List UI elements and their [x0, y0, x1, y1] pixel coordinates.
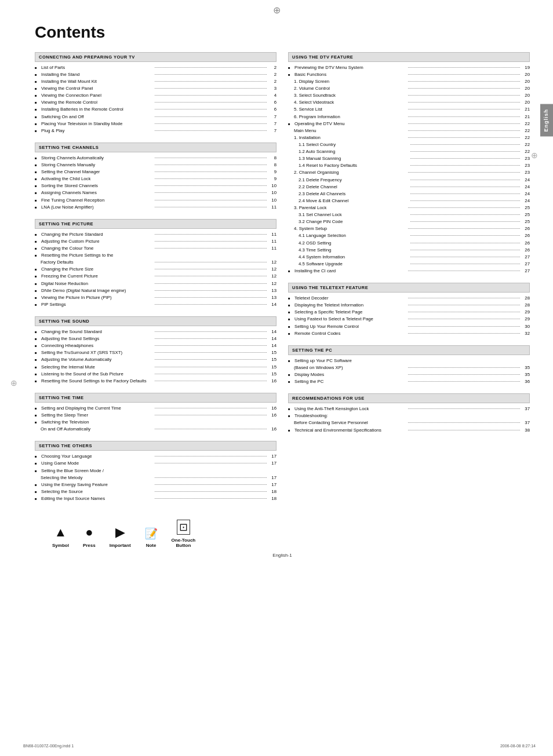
page-num: 14: [268, 336, 276, 342]
dots: [155, 102, 267, 103]
toc-label: 3.1 Set Channel Lock: [299, 212, 409, 218]
toc-label: 4.1 Language Selection: [299, 233, 409, 239]
bullet-icon: ■: [288, 407, 293, 411]
toc-label: Basic Functions: [294, 72, 406, 78]
toc-item: ■ Adjusting the Volume Automatically 15: [35, 357, 276, 364]
dots: [408, 123, 520, 124]
toc-item: 1. Display Screen 20: [288, 78, 530, 85]
toc-label: Technical and Environmental Specificatio…: [294, 428, 406, 434]
toc-item: ■ Installing the Wall Mount Kit 2: [35, 78, 276, 85]
dots: [155, 408, 267, 408]
page-num: 29: [522, 316, 530, 323]
bullet-icon: ■: [35, 282, 39, 286]
toc-label: Setting the PC: [294, 379, 406, 385]
toc-label: Listening to the Sound of the Sub Pictur…: [41, 371, 153, 378]
page-num: 25: [522, 205, 530, 211]
bullet-icon: ■: [35, 239, 39, 244]
bullet-icon: ■: [35, 253, 39, 258]
section-header-teletext: USING THE TELETEXT FEATURE: [288, 283, 530, 293]
bullet-icon: ■: [288, 303, 293, 308]
toc-item: ■ Installing Batteries in the Remote Con…: [35, 107, 276, 114]
toc-item: ■ PIP Settings 14: [35, 301, 276, 308]
bullet-icon: ■: [35, 483, 39, 487]
symbol-note: 📝 Note: [145, 527, 158, 548]
bullet-icon: ■: [35, 170, 39, 174]
toc-label: 4. System Setup: [294, 226, 406, 232]
toc-label: Adjusting the Sound Settings: [41, 336, 153, 342]
symbol-icon-important: ▶: [115, 525, 125, 540]
dots: [408, 408, 520, 409]
dots: [155, 456, 267, 456]
toc-item: ■ Viewing the Remote Control 6: [35, 100, 276, 107]
page-num: 21: [522, 114, 530, 120]
dots: [155, 192, 267, 193]
page-num: 16: [268, 378, 276, 385]
footer-center: English-1: [35, 553, 530, 558]
dots: [155, 241, 267, 242]
dots: [408, 374, 520, 375]
dots: [408, 67, 520, 68]
page-num: 2: [268, 72, 276, 78]
dots: [410, 187, 521, 187]
toc-item: 3. Parental Lock 25: [288, 204, 530, 211]
page-num: 38: [522, 428, 530, 434]
page-num: 9: [268, 169, 276, 176]
toc-label: 4. Select Videotrack: [294, 100, 406, 106]
toc-label: 5. Service List: [294, 107, 406, 113]
bullet-icon: ■: [288, 379, 293, 384]
dots: [155, 429, 267, 429]
toc-label: 2.4 Move & Edit Channel: [299, 198, 409, 204]
toc-label: 4.4 System Information: [299, 254, 409, 261]
toc-item: ■ Using the Energy Saving Feature 17: [35, 481, 276, 488]
dots: [155, 123, 267, 124]
page-num: 7: [268, 128, 276, 134]
bullet-icon: ■: [35, 420, 39, 425]
toc-item: 1.3 Manual Scanning 23: [288, 155, 530, 162]
page-num: 14: [268, 343, 276, 349]
toc-item: 3.2 Change PIN Code 25: [288, 218, 530, 225]
toc-label: Installing the Wall Mount Kit: [41, 79, 153, 85]
dots: [155, 276, 267, 276]
bullet-icon: ■: [35, 406, 39, 411]
dots: [155, 304, 267, 305]
dots: [410, 264, 521, 264]
toc-label: Adjusting the Volume Automatically: [41, 357, 153, 363]
page-num: 37: [522, 420, 530, 426]
bullet-icon: ■: [35, 413, 39, 418]
page-num: 15: [268, 350, 276, 356]
page-num: 26: [522, 240, 530, 247]
toc-label: Editing the Input Source Names: [41, 496, 153, 502]
section-channels: SETTING THE CHANNELS ■ Storing Channels …: [35, 143, 276, 211]
toc-item: ■ Selecting the Internal Mute 15: [35, 364, 276, 371]
toc-item: ■ Using the Anti-Theft Kensington Lock 3…: [288, 406, 530, 412]
symbol-label: Press: [83, 543, 96, 548]
page-num: 11: [268, 232, 276, 238]
toc-item: 4.5 Software Upgrade 27: [288, 261, 530, 268]
toc-label: Viewing the Control Panel: [41, 86, 153, 92]
toc-label: Setting the Sleep Timer: [41, 412, 153, 419]
dots: [410, 250, 521, 250]
toc-item: 2.4 Move & Edit Channel 24: [288, 198, 530, 204]
page: ⊕ ⊕ ⊕ English Contents CONNECTING AND PR…: [0, 0, 553, 756]
toc-label: Changing the Colour Tone: [41, 246, 153, 252]
toc-label: 3. Select Soundtrack: [294, 93, 406, 99]
toc-item: ■ Activating the Child Lock 9: [35, 176, 276, 182]
page-num: 17: [268, 482, 276, 488]
toc-item: ■ Displaying the Teletext Information 28: [288, 302, 530, 309]
toc-label: Installing Batteries in the Remote Contr…: [41, 107, 153, 113]
bullet-icon: ■: [288, 428, 293, 433]
toc-item: ■ Previewing the DTV Menu System 19: [288, 64, 530, 71]
toc-item: 1.2 Auto Scanning 22: [288, 148, 530, 155]
page-num: 16: [268, 412, 276, 419]
section-pc: SETTING THE PC ■ Setting up Your PC Soft…: [288, 345, 530, 385]
toc-label: (Based on Windows XP): [294, 365, 406, 371]
toc-item: ■ Setting the Sleep Timer 16: [35, 412, 276, 419]
toc-item: 4. System Setup 26: [288, 226, 530, 233]
toc-label: Main Menu: [294, 128, 406, 134]
dots: [410, 165, 521, 166]
dots: [155, 171, 267, 172]
bullet-icon: ■: [35, 86, 39, 91]
bullet-icon: ■: [35, 65, 39, 70]
page-num: 12: [268, 273, 276, 280]
toc-item: ■ Assigning Channels Names 10: [35, 190, 276, 197]
